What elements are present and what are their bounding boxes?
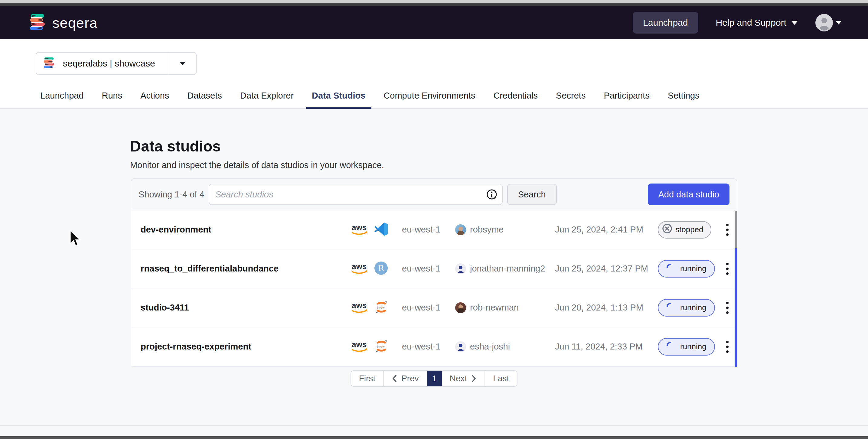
pagination-first-button[interactable]: First xyxy=(351,371,383,386)
circle-x-icon xyxy=(662,223,672,236)
tab-participants[interactable]: Participants xyxy=(604,91,650,108)
row-actions-kebab-menu-icon[interactable] xyxy=(721,222,734,238)
pagination-current-page[interactable]: 1 xyxy=(427,371,442,386)
table-scrollbar[interactable] xyxy=(735,211,737,367)
add-data-studio-button[interactable]: Add data studio xyxy=(648,184,730,205)
region-label: eu-west-1 xyxy=(402,264,455,274)
status-badge-running: running xyxy=(658,260,715,278)
tab-secrets[interactable]: Secrets xyxy=(556,91,586,108)
aws-logo: aws xyxy=(350,301,370,315)
user-cell: jonathan-manning2 xyxy=(455,263,555,274)
scrollbar-track xyxy=(735,248,737,367)
region-label: eu-west-1 xyxy=(402,303,455,313)
compute-env-icons: aws xyxy=(350,222,402,237)
created-date: Jun 25, 2024, 12:37 PM xyxy=(555,264,658,274)
table-row[interactable]: dev-environment aws eu-west-1 xyxy=(131,211,737,249)
tab-launchpad[interactable]: Launchpad xyxy=(40,91,84,108)
tab-data-studios[interactable]: Data Studios xyxy=(312,91,365,108)
caret-down-icon xyxy=(836,21,841,25)
table-row[interactable]: project-rnaseq-experiment aws jupyter xyxy=(131,327,737,367)
studio-name[interactable]: project-rnaseq-experiment xyxy=(141,342,350,352)
user-generic-avatar-icon xyxy=(455,341,466,352)
search-input[interactable] xyxy=(209,190,486,199)
user-name: esha-joshi xyxy=(470,342,510,352)
workspace-selector-row: seqeralabs | showcase xyxy=(0,39,868,75)
workspace-selector-dropdown-button[interactable] xyxy=(169,53,196,74)
workspace-selector-label: seqeralabs | showcase xyxy=(63,58,155,69)
window-chrome-bottom xyxy=(0,436,868,439)
tab-data-explorer[interactable]: Data Explorer xyxy=(240,91,294,108)
pagination-prev-button[interactable]: Prev xyxy=(383,371,427,386)
compute-env-icons: aws jupyter xyxy=(350,339,402,355)
footer-divider xyxy=(0,425,868,426)
spinner-icon xyxy=(666,342,674,352)
aws-logo: aws xyxy=(350,340,370,354)
navbar-right: Launchpad Help and Support xyxy=(633,12,841,34)
tab-actions[interactable]: Actions xyxy=(140,91,169,108)
user-account-menu[interactable] xyxy=(815,14,841,31)
tab-runs[interactable]: Runs xyxy=(102,91,123,108)
vscode-icon xyxy=(374,222,388,237)
row-actions-kebab-menu-icon[interactable] xyxy=(721,300,734,316)
pagination-last-button[interactable]: Last xyxy=(485,371,517,386)
workspace-selector[interactable]: seqeralabs | showcase xyxy=(36,52,196,75)
caret-down-icon xyxy=(791,21,798,25)
status-cell: running xyxy=(658,260,715,278)
status-badge-label: running xyxy=(680,342,707,351)
status-badge-running: running xyxy=(658,338,715,355)
tab-datasets[interactable]: Datasets xyxy=(187,91,222,108)
page-header: Data studios Monitor and inspect the det… xyxy=(0,109,868,170)
workspace-tabs: Launchpad Runs Actions Datasets Data Exp… xyxy=(0,91,868,109)
help-and-support-menu[interactable]: Help and Support xyxy=(716,18,798,28)
tab-credentials[interactable]: Credentials xyxy=(493,91,538,108)
app-window: seqera Launchpad Help and Support xyxy=(0,0,868,439)
user-generic-avatar-icon xyxy=(455,263,466,274)
mouse-cursor xyxy=(69,230,83,250)
aws-logo: aws xyxy=(350,262,370,276)
status-badge-label: stopped xyxy=(675,225,704,234)
chevron-right-icon xyxy=(471,375,477,382)
page-title: Data studios xyxy=(130,137,868,155)
user-photo-avatar xyxy=(455,224,466,235)
created-date: Jun 11, 2024, 2:33 PM xyxy=(555,342,658,352)
table-row[interactable]: rnaseq_to_differentialabundance aws R xyxy=(131,249,737,288)
tab-compute-environments[interactable]: Compute Environments xyxy=(383,91,475,108)
svg-text:aws: aws xyxy=(352,301,367,310)
studio-name[interactable]: studio-3411 xyxy=(141,303,350,313)
data-studios-card: Showing 1-4 of 4 Search Add data studio … xyxy=(131,178,737,367)
svg-text:R: R xyxy=(378,264,384,273)
user-cell: rob-newman xyxy=(455,302,555,313)
table-row[interactable]: studio-3411 aws jupyter xyxy=(131,288,737,327)
workspace-selector-main[interactable]: seqeralabs | showcase xyxy=(36,53,169,74)
chevron-left-icon xyxy=(392,375,397,382)
user-name: robsyme xyxy=(470,225,503,234)
showing-count-label: Showing 1-4 of 4 xyxy=(138,190,205,199)
search-button[interactable]: Search xyxy=(507,184,557,205)
page-subtitle: Monitor and inspect the details of data … xyxy=(130,160,868,170)
studio-name[interactable]: rnaseq_to_differentialabundance xyxy=(141,264,350,274)
row-actions-kebab-menu-icon[interactable] xyxy=(721,261,734,277)
status-badge-stopped: stopped xyxy=(658,221,711,239)
scrollbar-thumb[interactable] xyxy=(735,211,737,248)
tab-settings[interactable]: Settings xyxy=(668,91,700,108)
row-actions-kebab-menu-icon[interactable] xyxy=(721,339,734,355)
studio-name[interactable]: dev-environment xyxy=(141,225,350,234)
seqera-logo[interactable]: seqera xyxy=(29,13,98,32)
created-date: Jun 20, 2024, 1:13 PM xyxy=(555,303,658,313)
status-badge-running: running xyxy=(658,299,715,317)
info-icon[interactable] xyxy=(486,189,497,200)
region-label: eu-west-1 xyxy=(402,342,455,352)
svg-text:aws: aws xyxy=(352,262,367,271)
user-name: jonathan-manning2 xyxy=(470,264,545,274)
brand-wordmark: seqera xyxy=(52,14,98,31)
launchpad-button[interactable]: Launchpad xyxy=(633,12,698,34)
jupyter-icon: jupyter xyxy=(374,300,389,316)
user-cell: robsyme xyxy=(455,224,555,235)
caret-down-icon xyxy=(180,62,186,65)
compute-env-icons: aws jupyter xyxy=(350,300,402,316)
status-badge-label: running xyxy=(680,264,707,273)
user-name: rob-newman xyxy=(470,303,519,313)
search-input-group xyxy=(209,184,503,205)
compute-env-icons: aws R xyxy=(350,261,402,276)
pagination-next-button[interactable]: Next xyxy=(442,371,485,386)
